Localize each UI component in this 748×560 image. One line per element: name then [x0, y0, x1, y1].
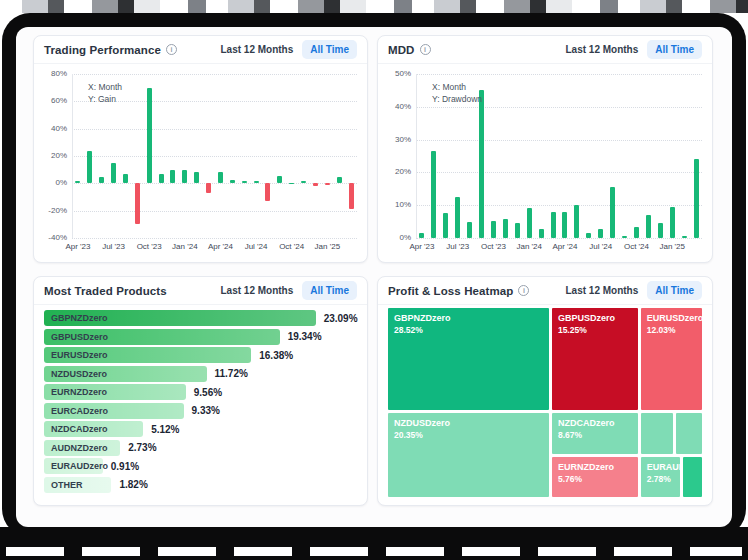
bar[interactable] — [170, 170, 175, 184]
bar[interactable] — [289, 183, 294, 184]
y-tick-label: 0% — [42, 178, 67, 187]
heatmap-cell[interactable]: NZDUSDzero20.35% — [388, 413, 549, 497]
bar[interactable] — [206, 183, 211, 193]
bar[interactable] — [87, 151, 92, 184]
bar[interactable] — [159, 174, 164, 184]
product-row: EURUSDzero16.38% — [44, 347, 359, 363]
product-bar[interactable]: EURCADzero — [44, 403, 184, 419]
bar[interactable] — [147, 88, 152, 184]
heatmap-cell[interactable]: EURAUDzero2.78% — [641, 457, 681, 497]
bar[interactable] — [242, 181, 247, 184]
bar[interactable] — [218, 172, 223, 184]
product-label: EURUSDzero — [44, 350, 108, 360]
bar[interactable] — [349, 183, 354, 209]
bar[interactable] — [182, 170, 187, 184]
range-all-time-button[interactable]: All Time — [302, 281, 357, 300]
heatmap-cell[interactable]: EURUSDzero12.03% — [641, 308, 702, 410]
info-icon[interactable]: i — [166, 44, 177, 55]
bar[interactable] — [634, 227, 639, 238]
product-bar[interactable]: EURAUDzero — [44, 458, 103, 474]
bar[interactable] — [230, 180, 235, 183]
y-tick-label: 20% — [386, 167, 411, 176]
bar[interactable] — [123, 174, 128, 184]
bar[interactable] — [670, 207, 675, 238]
range-last-12-months-button[interactable]: Last 12 Months — [565, 44, 638, 55]
bar[interactable] — [539, 229, 544, 238]
chart-legend-line: X: Month — [432, 82, 482, 94]
panel-header: MDD i Last 12 Months All Time — [378, 36, 712, 64]
info-icon[interactable]: i — [518, 285, 529, 296]
panel-pnl-heatmap: Profit & Loss Heatmap i Last 12 Months A… — [377, 276, 713, 506]
bar[interactable] — [682, 236, 687, 238]
bar[interactable] — [551, 212, 556, 238]
bar[interactable] — [277, 176, 282, 184]
product-bar[interactable]: EURUSDzero — [44, 347, 251, 363]
bar[interactable] — [574, 205, 579, 238]
range-last-12-months-button[interactable]: Last 12 Months — [220, 44, 293, 55]
heatmap-cell[interactable] — [683, 457, 702, 497]
range-last-12-months-button[interactable]: Last 12 Months — [565, 285, 638, 296]
y-tick-label: 60% — [42, 96, 67, 105]
range-all-time-button[interactable]: All Time — [647, 281, 702, 300]
heatmap-cell[interactable] — [676, 413, 702, 454]
range-all-time-button[interactable]: All Time — [647, 40, 702, 59]
bar[interactable] — [265, 183, 270, 201]
bar[interactable] — [610, 187, 615, 238]
x-tick-label: Oct '23 — [137, 242, 162, 251]
product-bar[interactable]: NZDCADzero — [44, 421, 143, 437]
x-tick-label: Oct '24 — [279, 242, 304, 251]
x-tick-label: Apr '24 — [208, 242, 233, 251]
bar[interactable] — [527, 208, 532, 238]
bar[interactable] — [658, 223, 663, 238]
product-bar[interactable]: GBPNZDzero — [44, 310, 316, 326]
y-tick-label: 10% — [386, 200, 411, 209]
bar[interactable] — [646, 215, 651, 238]
heatmap-cell[interactable] — [641, 413, 674, 454]
bar[interactable] — [598, 229, 603, 238]
product-bar[interactable]: GBPUSDzero — [44, 329, 280, 345]
x-tick-label: Apr '23 — [409, 242, 434, 251]
bar[interactable] — [431, 151, 436, 238]
bar[interactable] — [467, 222, 472, 238]
heatmap-cell[interactable]: GBPUSDzero15.25% — [552, 308, 638, 410]
panel-header: Profit & Loss Heatmap i Last 12 Months A… — [378, 277, 712, 305]
bar[interactable] — [455, 197, 460, 238]
product-bar[interactable]: OTHER — [44, 477, 111, 493]
heatmap-cell[interactable]: GBPNZDzero28.52% — [388, 308, 549, 410]
x-tick-label: Jan '25 — [659, 242, 685, 251]
bar[interactable] — [337, 177, 342, 183]
panel-mdd: MDD i Last 12 Months All Time 50%40%30%2… — [377, 35, 713, 263]
bar[interactable] — [443, 213, 448, 238]
bar[interactable] — [194, 172, 199, 183]
panel-header: Trading Performance i Last 12 Months All… — [34, 36, 367, 64]
bar[interactable] — [479, 90, 484, 238]
heatmap-cell[interactable]: NZDCADzero8.67% — [552, 413, 638, 454]
panel-title: Trading Performance — [44, 44, 161, 56]
product-bar[interactable]: AUDNZDzero — [44, 440, 120, 456]
product-bar[interactable]: NZDUSDzero — [44, 366, 207, 382]
bar[interactable] — [515, 223, 520, 238]
heatmap-cell-value: 12.03% — [647, 325, 696, 335]
panel-title: Most Traded Products — [44, 285, 167, 297]
bar[interactable] — [694, 159, 699, 238]
bar[interactable] — [503, 219, 508, 238]
bar[interactable] — [111, 163, 116, 184]
bar[interactable] — [313, 183, 318, 186]
heatmap-cell[interactable]: EURNZDzero5.76% — [552, 457, 638, 497]
bar[interactable] — [254, 181, 259, 184]
bar[interactable] — [562, 212, 567, 238]
bar[interactable] — [325, 183, 330, 185]
bar[interactable] — [491, 221, 496, 238]
panel-title: MDD — [388, 44, 415, 56]
product-bar[interactable]: EURNZDzero — [44, 384, 186, 400]
bar[interactable] — [419, 233, 424, 238]
bar[interactable] — [586, 233, 591, 238]
bar[interactable] — [622, 236, 627, 238]
x-tick-label: Jul '24 — [589, 242, 612, 251]
info-icon[interactable]: i — [420, 44, 431, 55]
bar[interactable] — [99, 177, 104, 184]
bottom-dashes — [6, 547, 742, 556]
range-all-time-button[interactable]: All Time — [302, 40, 357, 59]
bar[interactable] — [135, 183, 140, 224]
range-last-12-months-button[interactable]: Last 12 Months — [220, 285, 293, 296]
